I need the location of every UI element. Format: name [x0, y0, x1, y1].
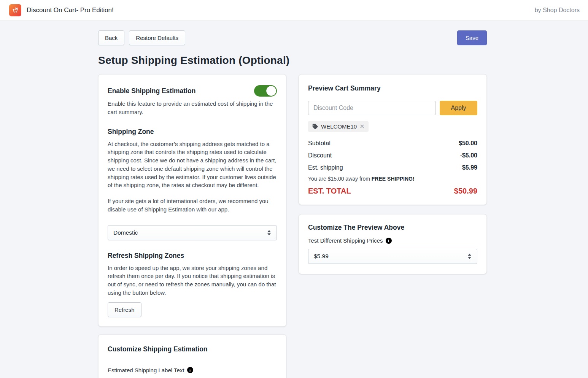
apply-button[interactable]: Apply	[440, 101, 477, 115]
app-title: Discount On Cart- Pro Edition!	[27, 6, 114, 14]
summary-row-subtotal: Subtotal $50.00	[308, 137, 477, 149]
restore-defaults-button[interactable]: Restore Defaults	[129, 30, 185, 45]
preview-cart-summary-heading: Preview Cart Summary	[308, 84, 477, 92]
customize-preview-heading: Customize The Preview Above	[308, 224, 477, 232]
info-icon[interactable]: i	[386, 238, 392, 244]
enable-shipping-estimation-toggle[interactable]	[254, 85, 277, 97]
estimated-total-row: EST. TOTAL $50.99	[308, 187, 477, 195]
summary-row-discount: Discount -$5.00	[308, 149, 477, 162]
test-shipping-prices-label: Test Different Shipping Prices	[308, 237, 383, 244]
shipping-estimation-settings-card: Enable Shipping Estimation Enable this f…	[98, 74, 286, 327]
remove-discount-icon[interactable]: ✕	[359, 124, 364, 130]
customize-shipping-estimation-card: Customize Shipping Estimation Estimated …	[98, 334, 286, 378]
action-toolbar: Back Restore Defaults Save	[98, 30, 487, 45]
select-caret-icon	[267, 230, 271, 235]
customize-preview-card: Customize The Preview Above Test Differe…	[299, 214, 487, 274]
shipping-zone-select[interactable]: Domestic	[108, 225, 277, 240]
shipping-zone-select-value: Domestic	[113, 229, 138, 236]
summary-label: Est. shipping	[308, 164, 343, 171]
applied-discount-chip: WELCOME10 ✕	[308, 121, 369, 132]
enable-shipping-estimation-heading: Enable Shipping Estimation	[108, 87, 195, 95]
shipping-price-select[interactable]: $5.99	[308, 249, 477, 264]
toggle-knob	[266, 86, 277, 96]
estimated-total-value: $50.99	[454, 187, 477, 195]
cart-summary: Subtotal $50.00 Discount -$5.00 Est. shi…	[308, 137, 477, 195]
estimated-shipping-label-text-label: Estimated Shipping Label Text	[108, 367, 184, 373]
refresh-shipping-zones-heading: Refresh Shipping Zones	[108, 252, 277, 260]
refresh-button[interactable]: Refresh	[108, 302, 141, 317]
summary-row-est-shipping: Est. shipping $5.99	[308, 162, 477, 174]
free-shipping-message: You are $15.00 away from FREE SHIPPING!	[308, 176, 477, 182]
shipping-zone-heading: Shipping Zone	[108, 128, 277, 136]
summary-label: Discount	[308, 152, 332, 159]
app-logo-cart-icon	[9, 4, 21, 16]
estimated-total-label: EST. TOTAL	[308, 187, 351, 195]
left-column: Enable Shipping Estimation Enable this f…	[98, 74, 286, 378]
main-content: Back Restore Defaults Save Setup Shippin…	[98, 21, 487, 378]
right-column: Preview Cart Summary Apply WELCOME10 ✕ S	[299, 74, 487, 274]
shipping-price-select-value: $5.99	[314, 253, 329, 260]
info-icon[interactable]: i	[187, 367, 193, 373]
applied-discount-code: WELCOME10	[321, 123, 357, 130]
summary-value: -$5.00	[460, 152, 477, 159]
summary-value: $5.99	[462, 164, 477, 171]
app-byline: by Shop Doctors	[535, 7, 580, 14]
free-shipping-prefix: You are $15.00 away from	[308, 176, 372, 182]
tag-icon	[312, 123, 318, 130]
back-button[interactable]: Back	[98, 30, 124, 45]
page-title: Setup Shipping Estimation (Optional)	[98, 54, 487, 67]
free-shipping-highlight: FREE SHIPPING!	[372, 176, 415, 182]
refresh-description: In order to speed up the app, we store y…	[108, 264, 277, 297]
preview-cart-summary-card: Preview Cart Summary Apply WELCOME10 ✕ S	[299, 74, 487, 205]
customize-shipping-estimation-heading: Customize Shipping Estimation	[108, 345, 277, 353]
summary-value: $50.00	[459, 140, 477, 147]
select-caret-icon	[467, 254, 472, 259]
discount-code-input[interactable]	[308, 101, 436, 115]
shipping-zone-paragraph-1: At checkout, the customer’s shipping add…	[108, 140, 277, 190]
enable-description: Enable this feature to provide an estima…	[108, 100, 277, 116]
app-header: Discount On Cart- Pro Edition! by Shop D…	[0, 0, 588, 21]
shipping-zone-paragraph-2: If your site gets a lot of international…	[108, 197, 277, 214]
summary-label: Subtotal	[308, 140, 331, 147]
save-button[interactable]: Save	[457, 30, 487, 45]
